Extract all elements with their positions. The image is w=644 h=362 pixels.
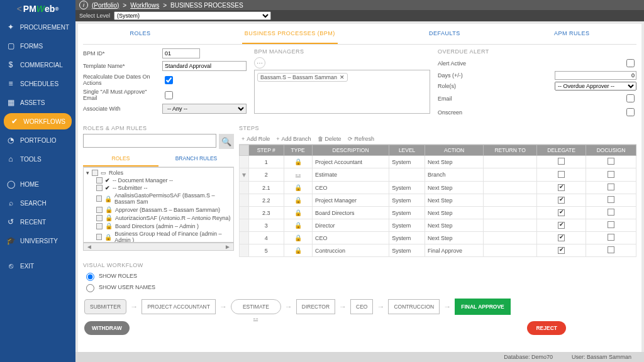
wf-contruccion[interactable]: CONTRUCCION xyxy=(388,299,440,314)
docusign-checkbox[interactable] xyxy=(608,209,614,216)
info-icon[interactable]: i xyxy=(79,1,88,9)
tree-item[interactable]: 🔒Business Group Head of Finance (admin –… xyxy=(85,230,232,243)
bpm-id-input[interactable] xyxy=(162,48,200,58)
sidebar-item-recent[interactable]: ↺RECENT xyxy=(0,212,75,231)
recalc-checkbox[interactable] xyxy=(165,76,173,84)
add-role-button[interactable]: +Add Role xyxy=(242,136,270,142)
wf-project-accountant[interactable]: PROJECT ACCOUNTANT xyxy=(142,299,216,314)
wf-director[interactable]: DIRECTOR xyxy=(296,299,335,314)
docusign-checkbox[interactable] xyxy=(608,196,614,203)
delegate-checkbox[interactable] xyxy=(558,234,565,241)
subtab-branch-rules[interactable]: BRANCH RULES xyxy=(158,151,234,167)
expand-icon[interactable]: ▾ xyxy=(242,170,246,179)
chip-remove-icon[interactable]: ✕ xyxy=(340,74,345,80)
alert-active-checkbox[interactable] xyxy=(626,59,635,67)
sidebar-item-forms[interactable]: ▢FORMS xyxy=(0,36,75,55)
table-row[interactable]: 4🔒CEOSystemNext Step xyxy=(240,232,636,244)
subtab-roles[interactable]: ROLES xyxy=(83,151,158,167)
docusign-checkbox[interactable] xyxy=(608,158,614,165)
alert-roles-select[interactable]: -- Overdue Approver -- xyxy=(555,82,636,90)
sidebar-item-workflows[interactable]: ✔WORKFLOWS xyxy=(4,113,72,129)
tree-collapse-icon[interactable]: ▾ xyxy=(86,170,89,176)
tab-roles[interactable]: ROLES xyxy=(128,26,153,44)
table-row[interactable]: 1🔒Project AccountantSystemNext Step xyxy=(240,156,636,168)
sidebar-item-procurement[interactable]: ✦PROCUREMENT xyxy=(0,18,75,36)
table-row[interactable]: 5🔒ContruccionSystemFinal Approve xyxy=(240,244,636,257)
delegate-checkbox[interactable] xyxy=(558,209,565,216)
alert-days-input[interactable] xyxy=(555,71,636,80)
sidebar-item-university[interactable]: 🎓UNIVERSITY xyxy=(0,231,75,250)
delegate-checkbox[interactable] xyxy=(558,158,565,165)
tree-item[interactable]: ✔-- Document Manager -- xyxy=(85,177,232,184)
select-level-dropdown[interactable]: (System) xyxy=(114,11,271,20)
tree-checkbox[interactable] xyxy=(96,234,102,240)
alert-onscreen-checkbox[interactable] xyxy=(626,108,635,116)
docusign-checkbox[interactable] xyxy=(608,171,614,178)
tree-item[interactable]: 🔒Approver (Bassam.S – Bassam Samman) xyxy=(85,206,232,214)
add-branch-button[interactable]: +Add Branch xyxy=(276,136,311,142)
tree-item[interactable]: ✔-- Submitter -- xyxy=(85,184,232,192)
tree-checkbox[interactable] xyxy=(96,223,103,229)
sidebar-item-tools[interactable]: ⌂TOOLS xyxy=(0,150,75,168)
tree-item-label: AutorizacionSAF (Antonio.R – Antonio Rey… xyxy=(115,215,231,221)
delegate-checkbox[interactable] xyxy=(558,197,565,204)
tree-scrollbar[interactable]: ◄► xyxy=(83,243,234,251)
delegate-checkbox[interactable] xyxy=(558,222,565,229)
delegate-checkbox[interactable] xyxy=(558,171,565,178)
delete-button[interactable]: 🗑Delete xyxy=(318,136,341,142)
table-row[interactable]: ▾2⚍EstimateBranch xyxy=(240,168,636,182)
tree-root-checkbox[interactable] xyxy=(92,170,98,176)
show-users-radio[interactable] xyxy=(86,284,94,292)
docusign-checkbox[interactable] xyxy=(608,246,614,253)
template-name-input[interactable] xyxy=(162,61,247,71)
tab-business-processes-bpm-[interactable]: BUSINESS PROCESSES (BPM) xyxy=(242,26,338,44)
wf-withdraw[interactable]: WITHDRAW xyxy=(84,321,130,335)
tree-checkbox[interactable] xyxy=(96,185,103,191)
docusign-checkbox[interactable] xyxy=(608,184,614,190)
table-row[interactable]: 2.1🔒CEOSystemNext Step xyxy=(240,182,636,194)
tree-checkbox[interactable] xyxy=(96,215,103,221)
wf-ceo[interactable]: CEO xyxy=(350,299,373,314)
roles-search-input[interactable] xyxy=(83,134,216,148)
managers-more-icon[interactable]: ⋯ xyxy=(254,57,265,69)
roles-tree[interactable]: ▾▭Roles ✔-- Document Manager --✔-- Submi… xyxy=(83,167,234,243)
sidebar-item-assets[interactable]: ▦ASSETS xyxy=(0,93,75,112)
wf-final-approve[interactable]: FINAL APPROVE xyxy=(455,299,510,315)
wf-estimate[interactable]: ESTIMATE⚍ xyxy=(231,299,281,314)
tree-checkbox[interactable] xyxy=(96,195,102,202)
tab-apm-rules[interactable]: APM RULES xyxy=(552,26,592,44)
tree-item-label: AnalisisGastoPermisoSAF (Bassam.S – Bass… xyxy=(114,192,232,205)
sidebar-item-schedules[interactable]: ≡SCHEDULES xyxy=(0,74,75,93)
tree-checkbox[interactable] xyxy=(96,177,103,184)
table-row[interactable]: 2.2🔒Project ManagerSystemNext Step xyxy=(240,194,636,207)
tree-item[interactable]: 🔒Board Directors (admin – Admin ) xyxy=(85,222,232,230)
lock-icon: 🔒 xyxy=(294,197,302,204)
tab-defaults[interactable]: DEFAULTS xyxy=(426,26,463,44)
sidebar-item-exit[interactable]: ⎋EXIT xyxy=(0,256,75,275)
sidebar-item-portfolio[interactable]: ◔PORTFOLIO xyxy=(0,131,75,150)
alert-email-checkbox[interactable] xyxy=(626,94,635,102)
tree-checkbox[interactable] xyxy=(96,207,103,213)
overdue-title: OVERDUE ALERT xyxy=(438,48,636,55)
breadcrumb-portfolio[interactable]: (Portfolio) xyxy=(92,2,119,9)
wf-reject[interactable]: REJECT xyxy=(527,321,566,335)
wf-submitter[interactable]: SUBMITTER xyxy=(84,299,126,314)
delegate-checkbox[interactable] xyxy=(558,247,565,254)
table-row[interactable]: 3🔒DirectorSystemNext Step xyxy=(240,219,636,232)
sidebar-item-home[interactable]: ◯HOME xyxy=(0,175,75,194)
sidebar-item-commercial[interactable]: $COMMERCIAL xyxy=(0,55,75,74)
table-row[interactable]: 2.3🔒Board DirectorsSystemNext Step xyxy=(240,207,636,219)
tree-item[interactable]: 🔒AnalisisGastoPermisoSAF (Bassam.S – Bas… xyxy=(85,192,232,206)
tree-item[interactable]: 🔒AutorizacionSAF (Antonio.R – Antonio Re… xyxy=(85,214,232,222)
single-approve-checkbox[interactable] xyxy=(165,91,173,99)
search-icon[interactable]: 🔍 xyxy=(219,134,234,149)
docusign-checkbox[interactable] xyxy=(608,234,614,241)
delegate-checkbox[interactable] xyxy=(558,184,565,191)
arrow-icon: → xyxy=(219,302,227,311)
breadcrumb-workflows[interactable]: Workflows xyxy=(130,2,159,9)
docusign-checkbox[interactable] xyxy=(608,221,614,228)
sidebar-item-search[interactable]: ⌕SEARCH xyxy=(0,194,75,212)
show-roles-radio[interactable] xyxy=(86,273,94,281)
refresh-button[interactable]: ⟳Refresh xyxy=(348,136,375,142)
associate-with-select[interactable]: -- Any -- xyxy=(162,104,247,114)
